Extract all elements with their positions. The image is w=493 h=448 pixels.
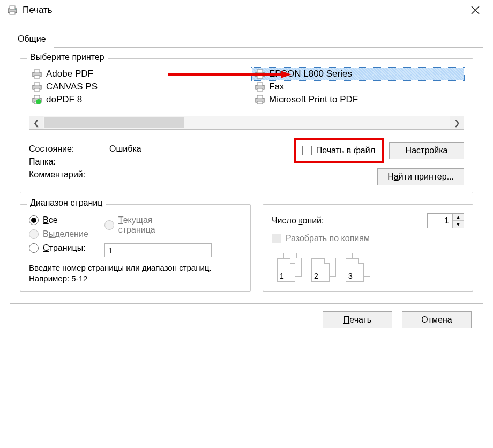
printer-name: Fax	[269, 81, 284, 92]
dialog-body: Общие Выберите принтер Adobe PDF CANVAS	[0, 20, 493, 341]
printer-item[interactable]: Adobe PDF	[29, 68, 241, 80]
printer-icon	[254, 95, 266, 104]
horizontal-scrollbar[interactable]: ❮ ❯	[29, 116, 464, 130]
radio-all[interactable]	[29, 215, 39, 225]
svg-rect-7	[34, 70, 40, 73]
spinner-up[interactable]: ▲	[453, 214, 464, 221]
radio-pages-label: Страницы:	[43, 243, 86, 253]
printer-item[interactable]: doPDF 8	[29, 93, 241, 106]
printer-icon	[254, 69, 266, 79]
svg-rect-20	[257, 88, 263, 91]
printer-item[interactable]: CANVAS PS	[29, 80, 241, 93]
radio-current	[104, 220, 114, 230]
radio-pages[interactable]	[29, 243, 39, 253]
svg-rect-22	[257, 95, 263, 99]
svg-rect-11	[34, 88, 40, 91]
print-to-file-label: Печать в файл	[316, 146, 375, 155]
svg-rect-2	[10, 12, 15, 14]
group-legend: Диапазон страниц	[27, 198, 106, 208]
scroll-left-button[interactable]: ❮	[29, 116, 43, 129]
svg-rect-1	[10, 6, 15, 9]
svg-rect-23	[257, 101, 263, 104]
svg-rect-17	[257, 76, 263, 78]
svg-rect-8	[34, 76, 40, 78]
radio-selection-label: Выделение	[43, 229, 88, 239]
print-to-file-highlight: Печать в файл	[294, 138, 384, 163]
printer-name: Adobe PDF	[46, 69, 93, 79]
copies-spinner[interactable]: ▲ ▼	[427, 213, 464, 228]
dialog-footer: Печать Отмена	[10, 304, 483, 336]
printer-item-selected[interactable]: EPSON L800 Series	[252, 68, 464, 80]
svg-rect-19	[257, 83, 263, 86]
printer-name: EPSON L800 Series	[269, 69, 352, 79]
svg-rect-10	[34, 83, 40, 86]
collate-label: Разобрать по копиям	[286, 234, 370, 243]
spinner-down[interactable]: ▼	[453, 221, 464, 228]
print-to-file-checkbox[interactable]	[302, 146, 312, 155]
pages-input[interactable]	[104, 243, 212, 257]
settings-button[interactable]: Настройка	[389, 142, 464, 159]
state-value: Ошибка	[109, 144, 141, 154]
printer-list[interactable]: Adobe PDF CANVAS PS doPDF 8	[29, 68, 464, 106]
radio-all-label: Все	[43, 215, 58, 225]
scroll-right-button[interactable]: ❯	[450, 116, 464, 129]
radio-current-label: Текущаястраница	[118, 215, 155, 235]
group-legend: Выберите принтер	[27, 53, 108, 62]
tab-general[interactable]: Общие	[10, 31, 54, 48]
printer-item[interactable]: Fax	[252, 80, 464, 93]
print-button[interactable]: Печать	[323, 311, 392, 328]
collate-illustration: 1 1 2 2 3 3	[272, 253, 464, 283]
state-label: Состояние:	[29, 144, 99, 154]
status-ok-icon	[36, 99, 41, 104]
svg-rect-13	[34, 95, 40, 99]
svg-point-3	[15, 9, 16, 10]
cancel-button[interactable]: Отмена	[402, 311, 472, 328]
group-copies: Число копий: ▲ ▼ Разобрать по копиям	[263, 204, 473, 292]
page-range-hint: Введите номер страницы или диапазон стра…	[29, 263, 242, 283]
collate-checkbox	[272, 234, 281, 243]
scroll-track-area[interactable]	[185, 116, 450, 129]
svg-rect-16	[257, 70, 263, 73]
tab-panel: Выберите принтер Adobe PDF CANVAS PS	[10, 47, 483, 304]
group-page-range: Диапазон страниц Все Выделение	[20, 204, 251, 292]
folder-label: Папка:	[29, 157, 99, 167]
copies-input[interactable]	[428, 214, 452, 228]
tab-strip: Общие	[10, 31, 483, 48]
printer-icon	[31, 82, 43, 92]
printer-name: Microsoft Print to PDF	[269, 94, 358, 105]
printer-icon	[254, 82, 266, 92]
printer-item[interactable]: Microsoft Print to PDF	[252, 93, 464, 106]
copies-label: Число копий:	[272, 216, 324, 226]
scroll-thumb[interactable]	[44, 117, 184, 128]
group-select-printer: Выберите принтер Adobe PDF CANVAS PS	[20, 58, 473, 193]
printer-name: CANVAS PS	[46, 81, 98, 92]
close-button[interactable]	[463, 1, 488, 20]
printer-name: doPDF 8	[46, 94, 82, 105]
find-printer-button[interactable]: Найти принтер...	[377, 168, 464, 185]
printer-icon	[31, 69, 43, 79]
printer-icon	[6, 5, 18, 15]
window-title: Печать	[18, 5, 463, 16]
radio-selection	[29, 229, 39, 239]
titlebar: Печать	[0, 0, 493, 20]
comment-label: Комментарий:	[29, 170, 99, 180]
